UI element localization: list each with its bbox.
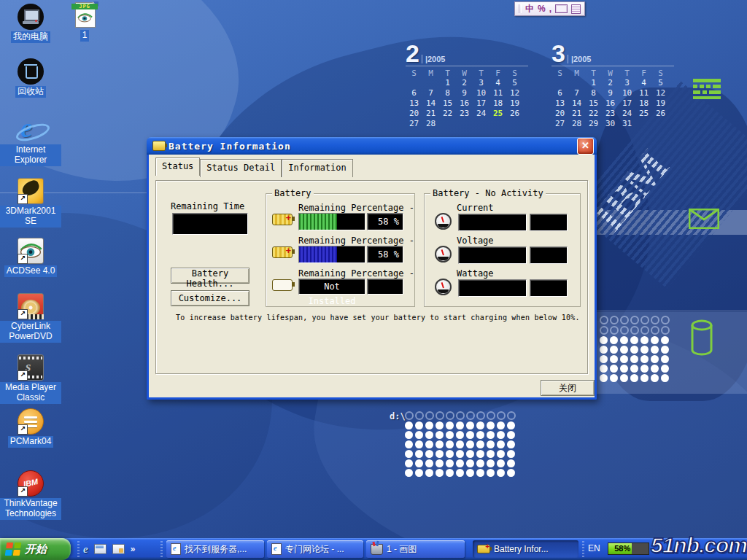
close-icon[interactable]: ✕: [577, 138, 594, 155]
show-desktop-icon[interactable]: [112, 544, 125, 554]
remaining-time-display: [172, 213, 248, 235]
remaining-percentage-label: Remaining Percentage -: [298, 203, 414, 213]
start-label: 开始: [25, 542, 47, 556]
dialog-titlebar[interactable]: Battery Information ✕: [147, 137, 597, 155]
acdsee-icon: ↗: [18, 238, 44, 264]
wallpaper-dot: [630, 365, 638, 373]
desktop-icon-acdsee[interactable]: ↗ ACDSee 4.0: [0, 238, 61, 277]
calendar-day-empty: [406, 78, 422, 88]
calendar-day: 27: [406, 119, 422, 129]
gauge-icon: [435, 246, 452, 262]
wallpaper-dot: [600, 374, 608, 382]
calendar-day: 23: [456, 109, 473, 119]
wallpaper-dot: [405, 421, 413, 429]
dialog-body: Status Status Detail Information Remaini…: [147, 155, 597, 400]
icon-label: 3DMark2001 SE: [0, 206, 61, 228]
desktop-icon-my-computer[interactable]: 我的电脑: [0, 4, 61, 43]
ime-mode-button[interactable]: 中: [525, 2, 534, 15]
taskbar-button-battery-information[interactable]: Battery Infor...: [473, 540, 578, 558]
tab-information[interactable]: Information: [282, 159, 352, 177]
start-button[interactable]: 开始: [0, 538, 71, 560]
battery1-percent-display: 58 %: [367, 213, 403, 230]
wallpaper-dot: [640, 346, 649, 354]
calendar-day: 30: [602, 119, 619, 129]
calendar-days: 1234567891011121314151617181920212223242…: [406, 78, 528, 129]
language-indicator[interactable]: EN: [588, 543, 600, 553]
calendar-day-empty: [456, 119, 473, 129]
desktop-icon-recycle-bin[interactable]: 回收站: [0, 58, 61, 98]
desktop-icon-thinkvantage[interactable]: IBM↗ ThinkVantage Technologies: [0, 470, 61, 520]
tab-status[interactable]: Status: [155, 158, 200, 176]
ie-page-icon: [271, 543, 282, 555]
ie-quicklaunch-icon[interactable]: e: [83, 543, 88, 556]
ime-punctuation-toggle[interactable]: ,: [549, 2, 551, 15]
desktop-icon-powerdvd[interactable]: ↗ CyberLink PowerDVD: [0, 293, 61, 343]
customize-button[interactable]: Customize...: [171, 290, 249, 306]
wattage-value-display: [458, 279, 527, 297]
desktop-icon-internet-explorer[interactable]: e Internet Explorer: [0, 117, 61, 166]
cylinder-icon: [690, 319, 713, 356]
calendar-day: 5: [506, 78, 523, 88]
wallpaper-dot: [456, 411, 465, 420]
wallpaper-dot: [415, 450, 423, 458]
wallpaper-dot: [466, 450, 474, 458]
ime-width-toggle[interactable]: %: [538, 2, 546, 15]
battery-icon: [477, 545, 490, 553]
ime-menu-icon[interactable]: [571, 4, 581, 14]
calendar-day: 2: [456, 78, 473, 88]
wallpaper-dot: [507, 459, 515, 467]
wallpaper-dot: [600, 316, 608, 324]
calendar-day: 12: [506, 88, 523, 98]
taskbar-button-forum[interactable]: 专门网论坛 - ...: [267, 540, 363, 558]
calendar-day-header: W: [456, 69, 473, 78]
wallpaper-dot: [446, 450, 454, 458]
calendar-day: 6: [406, 88, 422, 98]
icon-label: 我的电脑: [11, 31, 50, 43]
outlook-express-icon[interactable]: [94, 544, 107, 554]
taskbar-button-server-not-found[interactable]: 找不到服务器,...: [166, 540, 264, 558]
calendar-day: 11: [489, 88, 506, 98]
wallpaper-dot: [497, 459, 505, 467]
ime-language-bar[interactable]: 中 % ,: [514, 1, 585, 16]
ime-keyboard-icon[interactable]: [555, 4, 568, 13]
wallpaper-dot: [507, 431, 515, 439]
wallpaper-dot: [425, 469, 433, 477]
calendar-day: 4: [489, 78, 506, 88]
wallpaper-dot: [487, 469, 495, 477]
calendar-day: 26: [506, 109, 523, 119]
calendar-day-header: W: [602, 69, 619, 78]
wallpaper-dot: [415, 469, 423, 477]
wallpaper-dot: [661, 374, 669, 382]
battery-health-button[interactable]: Battery Health...: [171, 268, 249, 284]
calendar-day: 18: [489, 98, 506, 109]
wallpaper-dot: [415, 431, 423, 439]
taskbar-button-paint[interactable]: 1 - 画图: [366, 540, 465, 558]
wallpaper-dot: [405, 411, 414, 420]
wallpaper-dot: [476, 450, 484, 458]
desktop-icon-3dmark2001[interactable]: ↗ 3DMark2001 SE: [0, 178, 61, 228]
calendar-day-empty: [635, 119, 652, 129]
desktop-icon-pcmark04[interactable]: ↗ PCMark04: [0, 408, 61, 448]
wallpaper-dot: [507, 440, 515, 448]
wallpaper-dot: [630, 326, 639, 335]
tab-status-detail[interactable]: Status Detail: [200, 159, 282, 177]
wallpaper-dot: [436, 440, 444, 448]
tray-battery-meter[interactable]: 58%: [608, 542, 649, 555]
wallpaper-dot: [610, 326, 619, 335]
quick-launch-overflow-chevron[interactable]: »: [131, 544, 136, 554]
calendar-february: 2|2005 SMTWTFS 1234567891011121314151617…: [406, 41, 528, 129]
desktop-icon-media-player-classic[interactable]: s↗ Media Player Classic: [0, 354, 61, 404]
taskbar-separator[interactable]: [160, 541, 163, 557]
calendar-day: 29: [585, 119, 602, 129]
ime-drag-handle[interactable]: [519, 4, 522, 13]
wallpaper-dot: [640, 355, 649, 363]
my-computer-icon: [18, 4, 44, 30]
taskbar-separator[interactable]: [77, 541, 80, 557]
wallpaper-dot: [487, 440, 495, 448]
wallpaper-dot: [507, 421, 515, 429]
taskbar-separator[interactable]: [582, 541, 584, 557]
wallpaper-dot: [456, 459, 464, 467]
wallpaper-dot: [487, 421, 495, 429]
desktop-icon-jpg-file[interactable]: JPG 1: [69, 2, 101, 42]
close-button[interactable]: 关闭: [541, 380, 595, 396]
